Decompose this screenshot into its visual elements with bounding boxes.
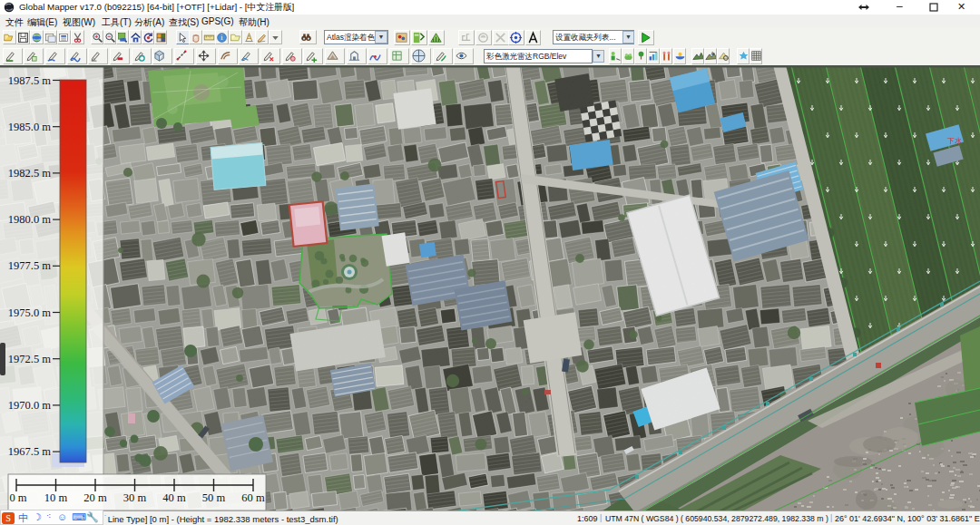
svg-text:1967.5 m: 1967.5 m bbox=[8, 445, 52, 458]
svg-text:1980.0 m: 1980.0 m bbox=[8, 213, 52, 226]
svg-text:10 m: 10 m bbox=[44, 491, 68, 504]
svg-text:1985.0 m: 1985.0 m bbox=[8, 121, 52, 133]
svg-text:50 m: 50 m bbox=[202, 491, 226, 504]
svg-text:40 m: 40 m bbox=[162, 491, 186, 504]
svg-text:1977.5 m: 1977.5 m bbox=[8, 259, 52, 272]
svg-text:20 m: 20 m bbox=[83, 491, 107, 504]
svg-text:1970.0 m: 1970.0 m bbox=[8, 399, 52, 412]
svg-text:S: S bbox=[5, 513, 11, 523]
svg-text:1987.5 m: 1987.5 m bbox=[8, 74, 52, 87]
svg-text:1972.5 m: 1972.5 m bbox=[8, 353, 52, 365]
svg-text:1975.0 m: 1975.0 m bbox=[8, 306, 52, 319]
svg-text:0 m: 0 m bbox=[9, 491, 26, 504]
svg-text:60 m: 60 m bbox=[241, 491, 265, 504]
svg-text:30 m: 30 m bbox=[123, 491, 147, 504]
svg-text:1982.5 m: 1982.5 m bbox=[8, 167, 52, 180]
